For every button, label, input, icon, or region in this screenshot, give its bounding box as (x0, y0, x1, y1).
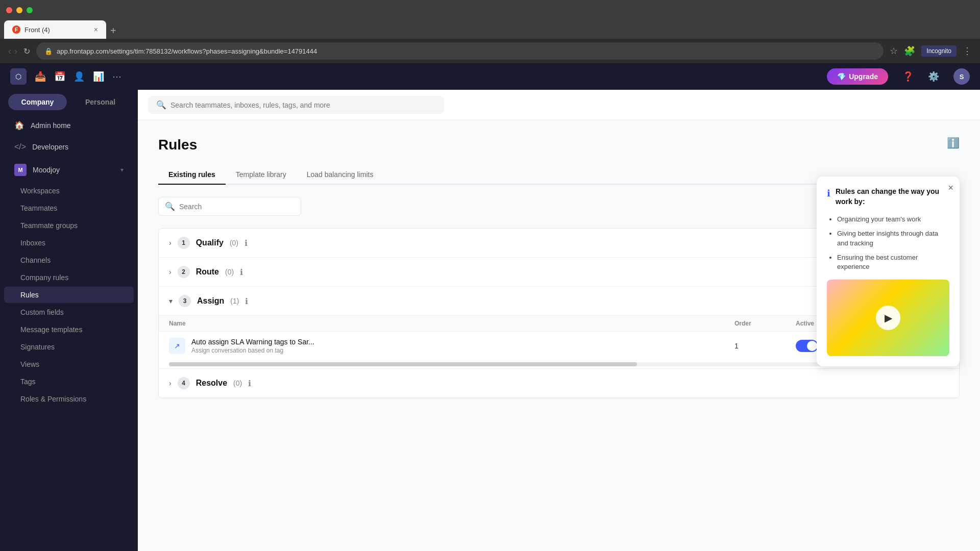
calendar-icon[interactable]: 📅 (54, 71, 65, 82)
resolve-section-name: Resolve (196, 379, 227, 388)
tab-load-balancing[interactable]: Load balancing limits (297, 165, 384, 185)
play-button[interactable]: ▶ (876, 306, 900, 330)
route-info-button[interactable]: ℹ (240, 267, 243, 277)
back-button[interactable]: ‹ (8, 46, 11, 57)
sidebar-item-message-templates[interactable]: Message templates (4, 321, 134, 338)
upgrade-button[interactable]: 💎 Upgrade (827, 68, 888, 85)
page-info-button[interactable]: ℹ️ (947, 137, 960, 149)
tooltip-point-2: Giving better insights through data and … (837, 229, 949, 247)
tooltip-panel: × ℹ Rules can change the way you work by… (817, 177, 960, 366)
sidebar-item-admin-home[interactable]: 🏠 Admin home (4, 115, 134, 135)
settings-icon[interactable]: ⚙️ (928, 71, 939, 82)
more-apps-icon[interactable]: ⋯ (112, 71, 121, 82)
sidebar-item-custom-fields[interactable]: Custom fields (4, 304, 134, 320)
global-search[interactable]: 🔍 (148, 96, 444, 114)
help-icon[interactable]: ❓ (902, 71, 914, 82)
assign-chevron-icon: ▾ (169, 297, 173, 305)
rules-search-box[interactable]: 🔍 (158, 197, 301, 216)
resolve-section: › 4 Resolve (0) ℹ (159, 369, 959, 398)
tab-close-button[interactable]: × (94, 26, 98, 34)
home-icon: 🏠 (14, 120, 24, 130)
tooltip-point-1: Organizing your team's work (837, 215, 949, 224)
sidebar-workspace-label: Moodjoy (33, 166, 114, 174)
nav-arrows: ‹ › (8, 46, 17, 57)
route-section-count: (0) (225, 268, 234, 276)
personal-toggle-button[interactable]: Personal (71, 94, 130, 110)
sidebar-channels-label: Channels (20, 256, 51, 264)
nav-actions: ☆ 🧩 Incognito ⋮ (890, 45, 972, 57)
contacts-icon[interactable]: 👤 (74, 71, 85, 82)
sidebar-item-company-rules[interactable]: Company rules (4, 269, 134, 286)
rule-active-toggle[interactable] (796, 340, 818, 352)
content-main: Rules ℹ️ Existing rules Template library… (138, 120, 980, 551)
sidebar-teammates-label: Teammates (20, 204, 57, 212)
app-toolbar: ⬡ 📥 📅 👤 📊 ⋯ 💎 Upgrade ❓ ⚙️ S (0, 63, 980, 90)
nav-bar: ‹ › ↻ 🔒 app.frontapp.com/settings/tim:78… (0, 39, 980, 63)
rule-name-block: Auto assign SLA Warning tags to Sar... A… (191, 338, 314, 354)
sidebar-item-signatures[interactable]: Signatures (4, 339, 134, 355)
content-search-bar: 🔍 (138, 90, 980, 120)
rules-search-input[interactable] (179, 203, 295, 211)
tooltip-point-3: Ensuring the best customer experience (837, 253, 949, 271)
url-bar[interactable]: 🔒 app.frontapp.com/settings/tim:7858132/… (36, 42, 884, 60)
qualify-info-button[interactable]: ℹ (244, 238, 248, 248)
video-thumbnail[interactable]: ▶ (827, 280, 949, 356)
url-text: app.frontapp.com/settings/tim:7858132/wo… (57, 47, 317, 55)
main-container: Company Personal 🏠 Admin home </> Develo… (0, 90, 980, 551)
extensions-icon[interactable]: 🧩 (904, 45, 915, 57)
sidebar-item-channels[interactable]: Channels (4, 252, 134, 268)
sidebar-views-label: Views (20, 360, 39, 368)
route-chevron-icon: › (169, 268, 172, 276)
bookmark-icon[interactable]: ☆ (890, 45, 898, 57)
tab-title: Front (4) (24, 26, 90, 34)
inbox-icon[interactable]: 📥 (35, 71, 46, 82)
rule-description: Assign conversation based on tag (191, 347, 314, 354)
window-minimize-button[interactable] (16, 7, 22, 13)
sidebar-item-teammates[interactable]: Teammates (4, 200, 134, 216)
sidebar-signatures-label: Signatures (20, 343, 55, 351)
browser-chrome: F Front (4) × + ‹ › ↻ 🔒 app.frontapp.com… (0, 0, 980, 63)
assign-info-button[interactable]: ℹ (245, 296, 248, 306)
assign-section-num: 3 (179, 295, 191, 307)
sidebar-workspaces-label: Workspaces (20, 187, 60, 195)
toolbar-icons: 📥 📅 👤 📊 ⋯ (35, 71, 121, 82)
sidebar-item-workspaces[interactable]: Workspaces (4, 183, 134, 199)
tab-bar: F Front (4) × + (0, 20, 980, 39)
sidebar-item-inboxes[interactable]: Inboxes (4, 235, 134, 251)
tooltip-info-icon: ℹ (827, 188, 830, 199)
table-scrollbar-thumb (169, 362, 637, 366)
page-title: Rules (158, 137, 960, 153)
window-close-button[interactable] (6, 7, 12, 13)
new-tab-button[interactable]: + (106, 23, 120, 39)
resolve-section-header[interactable]: › 4 Resolve (0) ℹ (159, 369, 959, 397)
sidebar-item-views[interactable]: Views (4, 356, 134, 372)
route-section-name: Route (196, 267, 219, 277)
incognito-label: Incognito (926, 47, 951, 55)
sidebar-item-rules[interactable]: Rules (4, 287, 134, 303)
rule-icon: ↗ (169, 338, 185, 354)
reload-button[interactable]: ↻ (23, 46, 30, 56)
user-avatar[interactable]: S (953, 68, 970, 85)
upgrade-gem-icon: 💎 (837, 72, 846, 81)
tooltip-list: Organizing your team's work Giving bette… (827, 215, 949, 271)
window-maximize-button[interactable] (27, 7, 33, 13)
sidebar-item-workspace[interactable]: M Moodjoy ▾ (4, 159, 134, 181)
sidebar-admin-home-label: Admin home (31, 121, 124, 130)
sidebar-item-developers[interactable]: </> Developers (4, 137, 134, 157)
company-toggle-button[interactable]: Company (8, 94, 67, 110)
browser-tab-active[interactable]: F Front (4) × (4, 20, 106, 39)
sidebar-item-tags[interactable]: Tags (4, 373, 134, 390)
resolve-info-button[interactable]: ℹ (248, 379, 251, 388)
sidebar-item-roles-permissions[interactable]: Roles & Permissions (4, 391, 134, 407)
tooltip-title: Rules can change the way you work by: (836, 187, 949, 207)
incognito-button[interactable]: Incognito (921, 45, 957, 57)
analytics-icon[interactable]: 📊 (93, 71, 104, 82)
forward-button[interactable]: › (14, 46, 17, 57)
tab-template-library[interactable]: Template library (226, 165, 297, 185)
global-search-input[interactable] (170, 101, 436, 109)
sidebar-item-teammate-groups[interactable]: Teammate groups (4, 217, 134, 234)
upgrade-label: Upgrade (849, 72, 878, 81)
tab-existing-rules[interactable]: Existing rules (158, 165, 226, 185)
browser-more-icon[interactable]: ⋮ (963, 45, 972, 57)
tooltip-close-button[interactable]: × (948, 183, 953, 193)
